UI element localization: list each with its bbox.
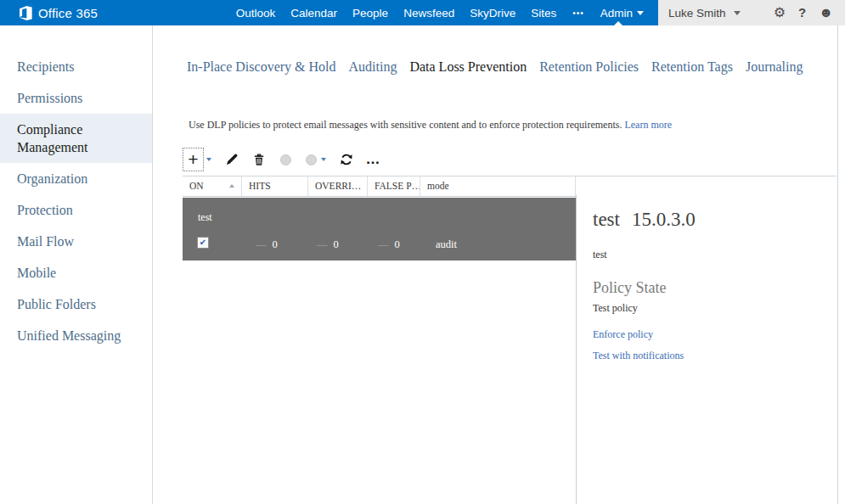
nav-people[interactable]: People xyxy=(345,0,396,25)
delete-button[interactable] xyxy=(251,153,266,167)
learn-more-link[interactable]: Learn more xyxy=(624,119,672,131)
pencil-icon xyxy=(225,153,239,166)
dash-icon: — xyxy=(256,238,267,250)
dash-icon: — xyxy=(317,238,328,250)
sidebar-item-compliance-management[interactable]: Compliance Management xyxy=(0,114,152,163)
sidebar-item-organization[interactable]: Organization xyxy=(0,163,152,194)
sort-ascending-icon xyxy=(229,184,234,188)
nav-skydrive[interactable]: SkyDrive xyxy=(462,0,523,25)
brand-title: Office 365 xyxy=(38,6,98,20)
nav-sites[interactable]: Sites xyxy=(523,0,564,25)
edit-button[interactable] xyxy=(224,153,239,167)
details-pane: test 15.0.3.0 test Policy State Test pol… xyxy=(576,195,837,504)
chevron-down-icon xyxy=(637,11,644,15)
topbar-nav: Outlook Calendar People Newsfeed SkyDriv… xyxy=(228,0,658,25)
tab-data-loss-prevention[interactable]: Data Loss Prevention xyxy=(409,59,527,75)
smiley-feedback-icon[interactable]: ☻ xyxy=(819,0,833,25)
main-content: In-Place Discovery & Hold Auditing Data … xyxy=(153,25,845,504)
trash-icon xyxy=(252,153,266,166)
gear-icon[interactable]: ⚙ xyxy=(774,0,786,25)
hits-cell: —0 xyxy=(256,238,278,251)
add-button[interactable]: + xyxy=(183,148,204,171)
sidebar-item-unified-messaging[interactable]: Unified Messaging xyxy=(0,320,152,351)
disabled-menu-caret[interactable] xyxy=(321,158,326,161)
tab-in-place-discovery-hold[interactable]: In-Place Discovery & Hold xyxy=(187,59,336,75)
refresh-icon xyxy=(340,153,353,166)
user-menu[interactable]: Luke Smith xyxy=(668,7,741,20)
user-name: Luke Smith xyxy=(668,7,726,20)
tab-journaling[interactable]: Journaling xyxy=(746,59,803,75)
column-header-overrides[interactable]: OVERRI… xyxy=(308,176,368,196)
sidebar-item-mobile[interactable]: Mobile xyxy=(0,257,152,288)
sidebar: Recipients Permissions Compliance Manage… xyxy=(0,25,153,504)
policy-state-value: Test policy xyxy=(593,302,829,315)
nav-admin[interactable]: Admin xyxy=(593,0,651,25)
disabled-action-button xyxy=(279,153,293,167)
tab-bar: In-Place Discovery & Hold Auditing Data … xyxy=(187,59,803,75)
disabled-circle-icon xyxy=(306,154,317,165)
sidebar-item-permissions[interactable]: Permissions xyxy=(0,82,152,114)
policy-enabled-checkbox[interactable]: ✔ xyxy=(197,237,209,249)
sidebar-item-recipients[interactable]: Recipients xyxy=(0,51,152,82)
dash-icon: — xyxy=(378,238,389,250)
nav-more-icon[interactable]: ••• xyxy=(564,0,593,25)
column-header-on[interactable]: ON xyxy=(183,176,242,196)
add-menu-caret[interactable] xyxy=(206,158,211,161)
column-header-false-positives[interactable]: FALSE P… xyxy=(368,176,420,196)
plus-icon: + xyxy=(188,150,198,169)
admin-label: Admin xyxy=(600,7,633,20)
help-icon[interactable]: ? xyxy=(798,0,806,25)
column-header-mode[interactable]: mode xyxy=(420,176,576,196)
sidebar-item-protection[interactable]: Protection xyxy=(0,194,152,226)
toolbar: + xyxy=(183,147,380,172)
test-with-notifications-link[interactable]: Test with notifications xyxy=(593,350,829,362)
false-positives-cell: —0 xyxy=(378,238,400,251)
topbar: Office 365 Outlook Calendar People Newsf… xyxy=(0,0,845,25)
tab-auditing[interactable]: Auditing xyxy=(349,59,397,75)
tab-retention-tags[interactable]: Retention Tags xyxy=(651,59,733,75)
sidebar-item-public-folders[interactable]: Public Folders xyxy=(0,288,152,320)
account-icons: ⚙ ? ☻ xyxy=(774,0,833,25)
column-header-spacer xyxy=(576,176,837,196)
overrides-cell: —0 xyxy=(317,238,339,251)
column-header-hits[interactable]: HITS xyxy=(242,176,308,196)
policy-row[interactable]: test ✔ —0 —0 —0 audit xyxy=(183,198,576,260)
nav-calendar[interactable]: Calendar xyxy=(283,0,345,25)
details-policy-version: 15.0.3.0 xyxy=(632,209,696,231)
policy-name: test xyxy=(198,211,212,224)
office365-icon xyxy=(18,6,32,20)
more-actions-button[interactable]: … xyxy=(366,153,380,167)
hits-value: 0 xyxy=(273,238,278,250)
page-description: Use DLP policies to protect email messag… xyxy=(189,119,672,132)
ellipsis-icon: … xyxy=(366,156,381,163)
details-policy-name: test xyxy=(593,209,620,231)
refresh-button[interactable] xyxy=(339,153,353,167)
nav-newsfeed[interactable]: Newsfeed xyxy=(396,0,462,25)
account-section: Luke Smith ⚙ ? ☻ xyxy=(658,0,845,25)
description-text: Use DLP policies to protect email messag… xyxy=(189,119,622,131)
overrides-value: 0 xyxy=(334,238,339,250)
right-edge-border xyxy=(837,25,838,504)
enforce-policy-link[interactable]: Enforce policy xyxy=(593,328,829,341)
chevron-down-icon xyxy=(734,11,741,15)
nav-outlook[interactable]: Outlook xyxy=(228,0,284,25)
column-label: ON xyxy=(189,181,204,191)
sidebar-item-mail-flow[interactable]: Mail Flow xyxy=(0,226,152,257)
list-header: ON HITS OVERRI… FALSE P… mode xyxy=(183,176,837,197)
disabled-action-menu-button xyxy=(304,153,318,167)
details-title: test 15.0.3.0 xyxy=(593,209,829,231)
disabled-circle-icon xyxy=(280,154,291,165)
false-positives-value: 0 xyxy=(395,238,400,250)
tab-retention-policies[interactable]: Retention Policies xyxy=(539,59,639,75)
office365-logo[interactable]: Office 365 xyxy=(0,0,98,25)
mode-cell: audit xyxy=(436,238,457,251)
policy-state-heading: Policy State xyxy=(593,279,829,297)
details-description: test xyxy=(593,249,829,261)
